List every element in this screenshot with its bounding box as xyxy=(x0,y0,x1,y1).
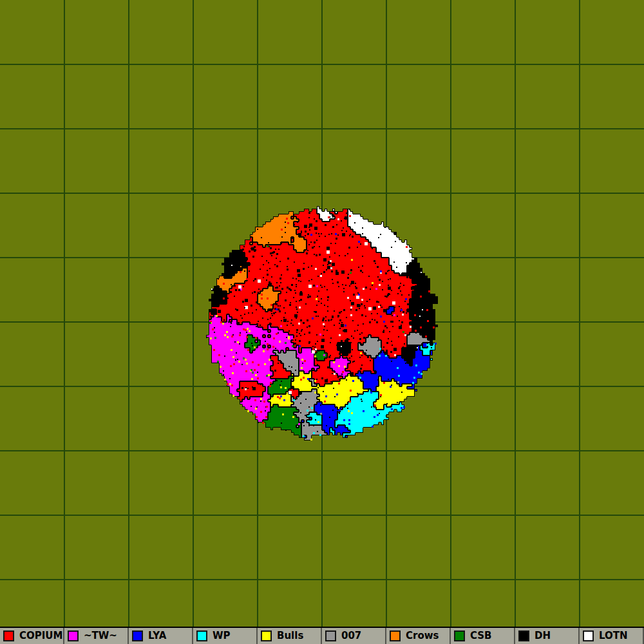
legend-label-lya: LYA xyxy=(148,631,166,641)
legend-entry-dh: DH xyxy=(515,628,580,644)
legend-bar: COPIUM ~TW~ LYA WP Bulls 007 Crows CSB xyxy=(0,627,644,644)
legend-label-crows: Crows xyxy=(406,631,439,641)
legend-swatch-crows xyxy=(390,630,401,641)
legend-entry-copium: COPIUM xyxy=(0,628,64,644)
legend-swatch-bulls xyxy=(261,630,272,641)
legend-label-tw: ~TW~ xyxy=(84,631,117,641)
legend-swatch-copium xyxy=(3,630,14,641)
territory-game-view: COPIUM ~TW~ LYA WP Bulls 007 Crows CSB xyxy=(0,0,644,644)
legend-entry-tw: ~TW~ xyxy=(64,628,129,644)
legend-entry-lya: LYA xyxy=(129,628,193,644)
legend-swatch-wp xyxy=(196,630,207,641)
legend-swatch-dh xyxy=(518,630,529,641)
legend-label-copium: COPIUM xyxy=(19,631,62,641)
legend-entry-bulls: Bulls xyxy=(258,628,322,644)
legend-label-dh: DH xyxy=(535,631,551,641)
legend-label-bulls: Bulls xyxy=(277,631,303,641)
legend-label-007: 007 xyxy=(341,631,361,641)
legend-label-lotn: LOTN xyxy=(599,631,628,641)
legend-entry-crows: Crows xyxy=(386,628,451,644)
legend-label-csb: CSB xyxy=(470,631,492,641)
legend-swatch-lotn xyxy=(583,630,594,641)
legend-swatch-007 xyxy=(325,630,336,641)
legend-swatch-csb xyxy=(454,630,465,641)
legend-swatch-tw xyxy=(68,630,79,641)
legend-entry-lotn: LOTN xyxy=(580,628,644,644)
legend-label-wp: WP xyxy=(213,631,231,641)
legend-entry-007: 007 xyxy=(322,628,386,644)
legend-entry-csb: CSB xyxy=(451,628,515,644)
legend-swatch-lya xyxy=(132,630,143,641)
territory-map[interactable] xyxy=(0,0,644,627)
legend-entry-wp: WP xyxy=(193,628,258,644)
